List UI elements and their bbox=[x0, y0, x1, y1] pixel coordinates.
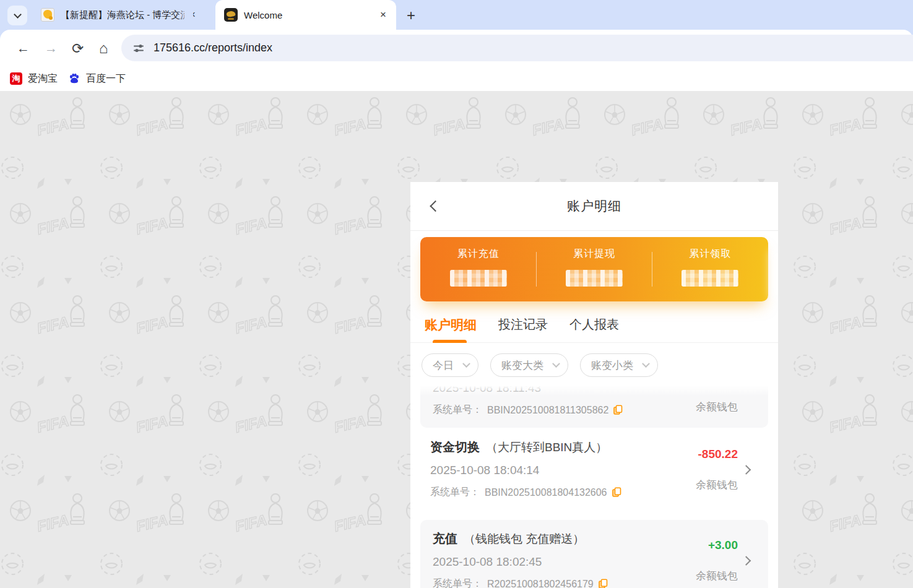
chevron-right-icon[interactable] bbox=[742, 465, 751, 475]
row-right: -850.22 余额钱包 bbox=[696, 428, 738, 511]
reload-icon[interactable]: ⟳ bbox=[72, 40, 84, 56]
tab-personal-report[interactable]: 个人报表 bbox=[569, 314, 619, 342]
app-header: 账户明细 bbox=[410, 182, 778, 231]
stat-label: 累计充值 bbox=[457, 248, 500, 261]
order-number: R202510081802456179 bbox=[487, 579, 594, 588]
stats-card-wrap: 累计充值 累计提现 累计领取 bbox=[410, 231, 778, 301]
baidu-paw-icon bbox=[68, 72, 80, 85]
page-title: 账户明细 bbox=[567, 197, 621, 215]
table-row[interactable]: 充值 （钱能钱包 充值赠送） 2025-10-08 18:02:45 系统单号：… bbox=[420, 520, 768, 588]
wallet-type: 余额钱包 bbox=[696, 400, 738, 414]
row-order: 系统单号： BBIN202510081811305862 bbox=[433, 404, 738, 417]
amount: -850.22 bbox=[698, 447, 738, 461]
tab-account-detail[interactable]: 账户明细 bbox=[425, 314, 477, 342]
table-row[interactable]: 资金切换 （大厅转到BBIN真人） 2025-10-08 18:04:14 系统… bbox=[410, 428, 778, 511]
tab-search-button[interactable] bbox=[7, 6, 27, 25]
filter-label: 账变大类 bbox=[501, 358, 543, 373]
wallet-type: 余额钱包 bbox=[696, 569, 738, 583]
row-order: 系统单号： R202510081802456179 bbox=[433, 577, 738, 588]
forum-favicon-icon bbox=[41, 8, 54, 22]
order-number: BBIN202510081804132606 bbox=[485, 487, 607, 498]
redacted-value bbox=[566, 270, 623, 287]
row-note: （钱能钱包 充值赠送） bbox=[464, 531, 584, 547]
scroll-fade-overlay bbox=[410, 386, 778, 396]
stat-total-claimed: 累计领取 bbox=[652, 237, 768, 301]
chevron-down-icon bbox=[552, 360, 560, 368]
address-bar[interactable]: 175616.cc/reports/index bbox=[121, 35, 913, 61]
app-panel: 账户明细 累计充值 累计提现 累计领取 bbox=[410, 182, 778, 588]
copy-icon[interactable] bbox=[613, 405, 623, 415]
close-icon[interactable]: × bbox=[375, 7, 391, 23]
stat-total-deposit: 累计充值 bbox=[420, 237, 536, 301]
filter-label: 今日 bbox=[433, 358, 454, 373]
stat-total-withdraw: 累计提现 bbox=[536, 237, 652, 301]
filter-label: 账变小类 bbox=[591, 358, 633, 373]
transaction-list[interactable]: 2025-10-08 18:11:43 系统单号： BBIN2025100818… bbox=[410, 386, 778, 588]
forward-icon[interactable]: → bbox=[45, 41, 58, 56]
tab-title-fade bbox=[177, 6, 193, 24]
site-info-icon[interactable] bbox=[132, 42, 145, 54]
url-text: 175616.cc/reports/index bbox=[154, 41, 272, 54]
filter-minor-category-dropdown[interactable]: 账变小类 bbox=[580, 353, 658, 377]
filter-major-category-dropdown[interactable]: 账变大类 bbox=[490, 353, 568, 377]
row-date: 2025-10-08 18:04:14 bbox=[430, 464, 738, 477]
stats-card: 累计充值 累计提现 累计领取 bbox=[420, 237, 768, 301]
copy-icon[interactable] bbox=[612, 487, 621, 498]
new-tab-button[interactable]: + bbox=[401, 6, 421, 25]
chevron-down-icon bbox=[14, 11, 22, 19]
row-date: 2025-10-08 18:02:45 bbox=[433, 555, 738, 569]
row-title: 充值 bbox=[433, 530, 457, 547]
wallet-type: 余额钱包 bbox=[696, 478, 738, 492]
divider bbox=[536, 252, 537, 287]
filter-date-dropdown[interactable]: 今日 bbox=[422, 353, 478, 377]
back-icon[interactable]: ← bbox=[17, 41, 30, 56]
browser-tabstrip: 【新提醒】海燕论坛 - 博学交流 × Welcome × + bbox=[0, 0, 913, 30]
bookmark-label: 爱淘宝 bbox=[28, 72, 58, 85]
chevron-down-icon bbox=[462, 360, 470, 368]
row-note: （大厅转到BBIN真人） bbox=[486, 439, 607, 456]
bookmark-taobao[interactable]: 淘 爱淘宝 bbox=[5, 69, 63, 88]
redacted-value bbox=[682, 270, 738, 287]
order-label: 系统单号： bbox=[430, 486, 480, 499]
browser-tab-welcome[interactable]: Welcome × bbox=[215, 0, 396, 30]
copy-icon[interactable] bbox=[599, 579, 608, 588]
order-label: 系统单号： bbox=[433, 404, 482, 417]
bookmarks-bar: 淘 爱淘宝 百度一下 bbox=[0, 66, 913, 91]
order-number: BBIN202510081811305862 bbox=[487, 405, 608, 416]
stat-label: 累计提现 bbox=[573, 248, 615, 261]
welcome-favicon-icon bbox=[224, 8, 238, 22]
amount: +3.00 bbox=[708, 538, 738, 552]
order-label: 系统单号： bbox=[433, 577, 482, 588]
divider bbox=[652, 252, 652, 287]
redacted-value bbox=[450, 270, 507, 287]
browser-toolbar: ← → ⟳ ⌂ 175616.cc/reports/index bbox=[0, 30, 913, 66]
section-tabs: 账户明细 投注记录 个人报表 bbox=[410, 314, 778, 343]
taobao-icon: 淘 bbox=[10, 72, 22, 85]
page-background: FIFA bbox=[0, 91, 913, 588]
stat-label: 累计领取 bbox=[689, 248, 731, 261]
home-icon[interactable]: ⌂ bbox=[99, 40, 108, 57]
bookmark-label: 百度一下 bbox=[86, 72, 126, 85]
filter-bar: 今日 账变大类 账变小类 bbox=[410, 343, 778, 386]
chevron-down-icon bbox=[642, 360, 650, 368]
blur-artifact bbox=[769, 248, 778, 300]
tab-title: 【新提醒】海燕论坛 - 博学交流 bbox=[61, 9, 184, 21]
row-order: 系统单号： BBIN202510081804132606 bbox=[430, 486, 738, 499]
row-title: 资金切换 bbox=[430, 439, 480, 456]
browser-tab-forum[interactable]: 【新提醒】海燕论坛 - 博学交流 × bbox=[32, 0, 210, 30]
back-chevron-icon[interactable] bbox=[430, 201, 441, 212]
bookmark-baidu[interactable]: 百度一下 bbox=[63, 69, 131, 88]
chevron-right-icon[interactable] bbox=[742, 556, 751, 566]
tab-title: Welcome bbox=[244, 10, 375, 20]
tab-bet-records[interactable]: 投注记录 bbox=[498, 314, 548, 342]
row-right: +3.00 余额钱包 bbox=[696, 520, 738, 588]
